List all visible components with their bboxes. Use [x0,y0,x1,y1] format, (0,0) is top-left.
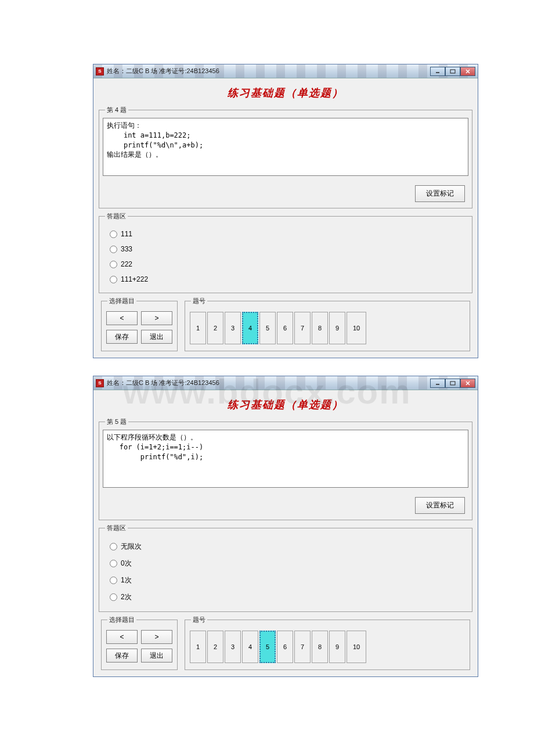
next-button[interactable]: > [141,311,172,325]
question-number-2[interactable]: 2 [207,312,223,344]
option-label: 无限次 [121,542,142,552]
option-row[interactable]: 0次 [104,555,467,572]
exit-button[interactable]: 退出 [141,649,172,663]
select-fieldset: 选择题目 < > 保存 退出 [101,297,178,351]
minimize-button[interactable] [430,67,445,76]
title-bar: S 姓名：二级C B 场 准考证号:24B123456 [93,64,478,78]
page-title: 练习基础题（单选题） [96,393,475,417]
radio-input[interactable] [110,560,117,567]
maximize-button[interactable] [445,67,460,76]
radio-input[interactable] [110,246,117,253]
nav-row: < > [105,309,174,327]
question-text: 执行语句： int a=111,b=222; printf("%d\n",a+b… [103,118,468,176]
question-number-3[interactable]: 3 [225,312,241,344]
option-label: 222 [121,260,132,268]
question-number-5[interactable]: 5 [259,312,276,344]
svg-rect-5 [450,381,455,385]
bottom-panel: 选择题目 < > 保存 退出 题号 12345678910 [99,615,472,674]
app-window-2: S 姓名：二级C B 场 准考证号:24B123456 练习基础题（单选题） 第… [93,376,478,677]
radio-input[interactable] [110,577,117,584]
svg-rect-1 [450,70,455,73]
question-number-3[interactable]: 3 [225,631,241,663]
minimize-button[interactable] [430,379,445,388]
number-legend: 题号 [191,297,207,305]
answer-legend: 答题区 [105,524,128,532]
maximize-button[interactable] [445,379,460,388]
option-label: 111 [121,230,132,238]
question-number-8[interactable]: 8 [312,631,328,663]
select-legend: 选择题目 [107,615,136,624]
close-button[interactable] [460,379,475,388]
window-controls [430,379,475,388]
save-button[interactable]: 保存 [106,330,138,344]
bottom-panel: 选择题目 < > 保存 退出 题号 12345678910 [99,297,472,355]
question-number-10[interactable]: 10 [347,312,366,344]
radio-input[interactable] [110,276,117,283]
question-number-6[interactable]: 6 [277,631,293,663]
question-number-6[interactable]: 6 [277,312,293,344]
option-row[interactable]: 222 [104,257,467,272]
app-icon: S [96,379,104,387]
answer-fieldset: 答题区 111 333 222 111+222 [99,212,472,293]
next-button[interactable]: > [141,630,172,644]
prev-button[interactable]: < [106,311,138,325]
question-text: 以下程序段循环次数是（）。 for (i=1+2;i==1;i--) print… [103,430,468,488]
question-number-9[interactable]: 9 [329,312,345,344]
window-client: 练习基础题（单选题） 第 4 题 执行语句： int a=111,b=222; … [93,78,478,358]
question-fieldset: 第 5 题 以下程序段循环次数是（）。 for (i=1+2;i==1;i--)… [99,417,472,520]
exit-button[interactable]: 退出 [141,330,172,344]
question-fieldset: 第 4 题 执行语句： int a=111,b=222; printf("%d\… [99,106,472,208]
question-number-7[interactable]: 7 [294,312,311,344]
option-label: 111+222 [121,275,148,283]
option-row[interactable]: 2次 [104,589,467,606]
save-button[interactable]: 保存 [106,649,138,663]
option-row[interactable]: 无限次 [104,538,467,555]
option-row[interactable]: 333 [104,242,467,257]
nav-row: < > [105,628,174,646]
action-row: 保存 退出 [105,646,174,665]
window-client: 练习基础题（单选题） 第 5 题 以下程序段循环次数是（）。 for (i=1+… [93,390,478,676]
question-number-5[interactable]: 5 [259,631,276,663]
option-row[interactable]: 1次 [104,572,467,589]
question-number-1[interactable]: 1 [190,312,206,344]
option-label: 0次 [121,559,132,568]
option-label: 2次 [121,592,132,602]
question-number-4[interactable]: 4 [242,312,258,344]
question-number-10[interactable]: 10 [347,631,366,663]
window-title: 姓名：二级C B 场 准考证号:24B123456 [107,67,219,75]
close-button[interactable] [460,67,475,76]
mark-row: 设置标记 [103,488,468,516]
answer-area: 无限次 0次 1次 2次 [103,536,468,608]
action-row: 保存 退出 [105,327,174,346]
question-legend: 第 4 题 [105,106,128,114]
question-number-2[interactable]: 2 [207,631,223,663]
page-title: 练习基础题（单选题） [96,81,475,106]
set-mark-button[interactable]: 设置标记 [415,185,465,202]
radio-input[interactable] [110,261,117,268]
question-number-4[interactable]: 4 [242,631,258,663]
number-grid: 12345678910 [189,628,466,666]
question-number-8[interactable]: 8 [312,312,328,344]
option-row[interactable]: 111 [104,226,467,242]
question-number-9[interactable]: 9 [329,631,345,663]
radio-input[interactable] [110,231,117,238]
radio-input[interactable] [110,543,117,550]
window-title: 姓名：二级C B 场 准考证号:24B123456 [107,379,219,387]
number-fieldset: 题号 12345678910 [185,615,470,670]
answer-area: 111 333 222 111+222 [103,224,468,289]
answer-fieldset: 答题区 无限次 0次 1次 2次 [99,524,472,612]
prev-button[interactable]: < [106,630,138,644]
number-fieldset: 题号 12345678910 [185,297,470,351]
radio-input[interactable] [110,593,117,601]
number-legend: 题号 [191,615,207,624]
number-grid: 12345678910 [189,309,466,347]
app-icon: S [96,67,104,75]
question-legend: 第 5 题 [105,417,128,426]
option-label: 1次 [121,575,132,585]
question-number-7[interactable]: 7 [294,631,311,663]
question-number-1[interactable]: 1 [190,631,206,663]
select-legend: 选择题目 [107,297,136,305]
window-controls [430,67,475,76]
set-mark-button[interactable]: 设置标记 [415,497,465,514]
option-row[interactable]: 111+222 [104,272,467,287]
